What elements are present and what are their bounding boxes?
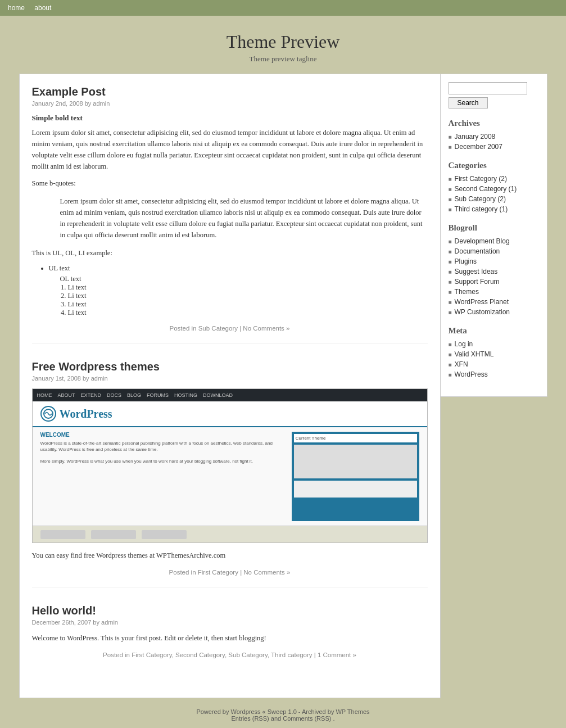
sidebar-item-wordpress: ■ WordPress bbox=[449, 370, 539, 378]
sidebar-item-dev-blog: ■ Development Blog bbox=[449, 237, 539, 245]
footer-and: and bbox=[271, 715, 283, 722]
sidebar-categories: Categories ■ First Category (2) ■ Second… bbox=[449, 161, 539, 213]
bullet-icon: ■ bbox=[449, 269, 452, 275]
blockquote: Lorem ipsum dolor sit amet, consectetur … bbox=[60, 196, 428, 241]
wp-nav-extend: EXTEND bbox=[81, 392, 102, 398]
sidebar-item-support: ■ Support Forum bbox=[449, 278, 539, 286]
sidebar-item-first-cat: ■ First Category (2) bbox=[449, 175, 539, 183]
blogroll-title: Blogroll bbox=[449, 223, 539, 233]
content-area: Example Post January 2nd, 2008 by admin … bbox=[19, 74, 441, 698]
wp-main-col: WELCOME WordPress is a state-of-the-art … bbox=[40, 432, 286, 521]
footer-wp-themes-link[interactable]: WP Themes bbox=[336, 708, 369, 715]
post-free-wp: Free Wordpress themes January 1st, 2008 … bbox=[32, 360, 428, 587]
footer-separator1: « bbox=[262, 708, 268, 715]
ol-section: OL text Li text Li text Li text Li text bbox=[60, 275, 428, 317]
wp-nav-about: ABOUT bbox=[58, 392, 75, 398]
li-item-1: Li text bbox=[68, 283, 428, 292]
cat-link-first[interactable]: First Category (2) bbox=[455, 175, 507, 183]
blogroll-wp-planet[interactable]: WordPress Planet bbox=[455, 298, 509, 306]
ol-label: OL text bbox=[60, 275, 428, 283]
wp-intro: WordPress is a state-of-the-art semantic… bbox=[40, 440, 286, 453]
bullet-icon: ■ bbox=[449, 259, 452, 265]
blogroll-support[interactable]: Support Forum bbox=[455, 278, 500, 286]
post-title-example: Example Post bbox=[32, 85, 428, 98]
wp-nav-blog: BLOG bbox=[127, 392, 141, 398]
post-para-1: Lorem ipsum dolor sit amet, consectetur … bbox=[32, 127, 428, 172]
wp-nav-home: HOME bbox=[37, 392, 52, 398]
bullet-icon: ■ bbox=[449, 361, 452, 368]
sidebar-item-jan2008: ■ January 2008 bbox=[449, 133, 539, 141]
meta-login[interactable]: Log in bbox=[455, 340, 473, 348]
archive-link-jan2008[interactable]: January 2008 bbox=[455, 133, 496, 141]
lists-label: This is UL, OL, LI example: bbox=[32, 247, 428, 259]
post-footer-example: Posted in Sub Category | No Comments » bbox=[32, 325, 428, 332]
sidebar-item-sub-cat: ■ Sub Category (2) bbox=[449, 195, 539, 203]
meta-wordpress[interactable]: WordPress bbox=[455, 370, 488, 378]
sidebar-search: Search bbox=[449, 82, 539, 108]
post-meta-free-wp: January 1st, 2008 by admin bbox=[32, 375, 428, 382]
archives-title: Archives bbox=[449, 119, 539, 128]
bullet-icon: ■ bbox=[449, 238, 452, 245]
sidebar: Search Archives ■ January 2008 ■ Decembe… bbox=[441, 74, 547, 397]
bullet-icon: ■ bbox=[449, 206, 452, 212]
sidebar-blogroll: Blogroll ■ Development Blog ■ Documentat… bbox=[449, 223, 539, 316]
post-title-hello: Hello world! bbox=[32, 604, 428, 617]
sidebar-item-second-cat: ■ Second Category (1) bbox=[449, 185, 539, 193]
meta-xhtml[interactable]: Valid XHTML bbox=[455, 350, 494, 358]
footer-entries-rss[interactable]: Entries (RSS) bbox=[231, 715, 269, 722]
wp-logo-text: WordPress bbox=[60, 408, 112, 420]
li-item-2: Li text bbox=[68, 292, 428, 300]
wp-theme-info bbox=[294, 481, 417, 498]
wp-theme-thumb bbox=[294, 445, 417, 478]
blogroll-dev[interactable]: Development Blog bbox=[455, 237, 510, 245]
nav-home[interactable]: home bbox=[8, 4, 25, 12]
bullet-icon: ■ bbox=[449, 196, 452, 202]
footer-powered: Powered by bbox=[196, 708, 229, 715]
wp-nav-docs: DOCS bbox=[107, 392, 121, 398]
cat-link-second[interactable]: Second Category (1) bbox=[455, 185, 517, 193]
wp-side-col: Current Theme bbox=[292, 432, 419, 521]
archive-link-dec2007[interactable]: December 2007 bbox=[455, 143, 502, 151]
bullet-icon: ■ bbox=[449, 309, 452, 315]
cat-link-third[interactable]: Third category (1) bbox=[455, 205, 508, 213]
post-meta-hello: December 26th, 2007 by admin bbox=[32, 619, 428, 626]
bullet-icon: ■ bbox=[449, 299, 452, 305]
meta-xfn[interactable]: XFN bbox=[455, 360, 468, 368]
sidebar-item-dec2007: ■ December 2007 bbox=[449, 143, 539, 151]
blogroll-themes[interactable]: Themes bbox=[455, 288, 479, 296]
search-input[interactable] bbox=[449, 82, 527, 94]
footer-wordpress-link[interactable]: Wordpress bbox=[231, 708, 261, 715]
blogroll-plugins[interactable]: Plugins bbox=[455, 257, 477, 265]
wp-nav-bar: HOME ABOUT EXTEND DOCS BLOG FORUMS HOSTI… bbox=[33, 389, 427, 401]
blogroll-suggest[interactable]: Suggest Ideas bbox=[455, 268, 498, 275]
ul-section: UL text bbox=[49, 264, 428, 273]
li-item-4: Li text bbox=[68, 309, 428, 317]
bullet-icon: ■ bbox=[449, 186, 452, 192]
footer-comments-rss[interactable]: Comments (RSS) bbox=[283, 715, 331, 722]
wp-bottom-bar bbox=[33, 526, 427, 542]
wp-welcome: WELCOME bbox=[40, 432, 286, 438]
bullet-icon: ■ bbox=[449, 144, 452, 150]
cat-link-sub[interactable]: Sub Category (2) bbox=[455, 195, 506, 203]
sidebar-item-wp-planet: ■ WordPress Planet bbox=[449, 298, 539, 306]
site-header: Theme Preview Theme preview tagline bbox=[0, 16, 566, 74]
nav-about[interactable]: about bbox=[34, 4, 51, 12]
bullet-icon: ■ bbox=[449, 248, 452, 255]
blogroll-docs[interactable]: Documentation bbox=[455, 247, 500, 255]
footer-line1: Powered by Wordpress « Sweep 1.0 - Archi… bbox=[0, 708, 566, 715]
post-hello-world: Hello world! December 26th, 2007 by admi… bbox=[32, 604, 428, 670]
main-wrapper: Example Post January 2nd, 2008 by admin … bbox=[13, 74, 553, 698]
search-button[interactable]: Search bbox=[449, 97, 488, 108]
site-footer: Powered by Wordpress « Sweep 1.0 - Archi… bbox=[0, 698, 566, 727]
post-footer-hello: Posted in First Category, Second Categor… bbox=[32, 652, 428, 658]
blogroll-wp-custom[interactable]: WP Customization bbox=[455, 308, 510, 316]
sidebar-item-third-cat: ■ Third category (1) bbox=[449, 205, 539, 213]
top-nav: home about bbox=[0, 0, 566, 16]
sidebar-meta: Meta ■ Log in ■ Valid XHTML ■ XFN ■ Word… bbox=[449, 326, 539, 378]
sidebar-item-docs: ■ Documentation bbox=[449, 247, 539, 255]
post-body-hello: Welcome to WordPress. This is your first… bbox=[32, 632, 428, 644]
site-title: Theme Preview bbox=[0, 31, 566, 52]
wp-side-widget: Current Theme bbox=[294, 434, 417, 442]
wp-nav-forums: FORUMS bbox=[147, 392, 169, 398]
wp-nav-hosting: HOSTING bbox=[174, 392, 197, 398]
